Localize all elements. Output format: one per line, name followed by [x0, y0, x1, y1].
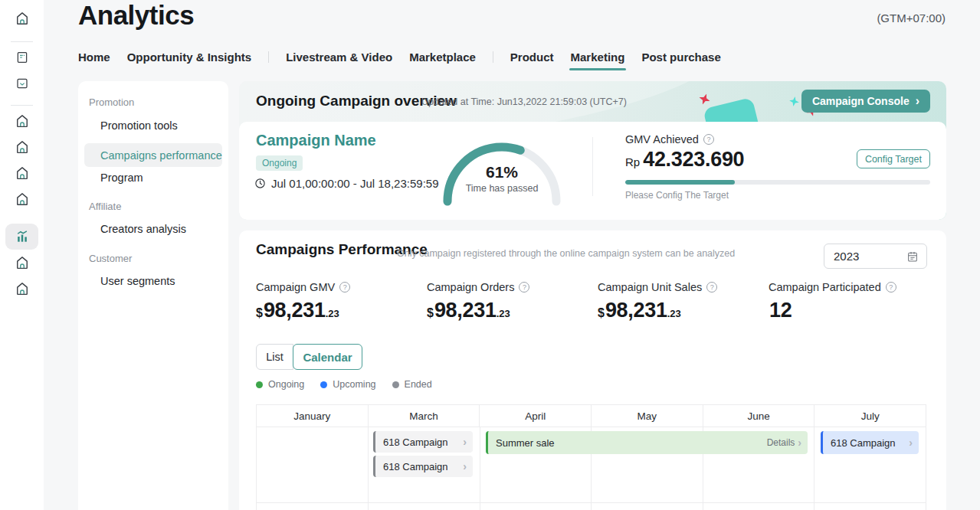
currency-label: Rp [625, 155, 640, 168]
timezone-label: (GTM+07:00) [877, 11, 946, 25]
sidebar-item-creators-analysis[interactable]: Creators analysis [100, 223, 186, 235]
details-link[interactable]: Details [767, 436, 801, 449]
home-icon[interactable] [13, 9, 31, 28]
event-618-campaign[interactable]: 618 Campaign [373, 431, 473, 453]
config-target-button[interactable]: Config Target [857, 149, 930, 168]
home-icon[interactable] [13, 190, 31, 208]
metric-label: Campaign Orders [427, 281, 514, 293]
month-header: April [480, 405, 592, 427]
tab-livestream-video[interactable]: Livestream & Video [286, 51, 392, 64]
gmv-achieved-label: GMV Achieved [625, 133, 699, 145]
metric-campaign-participated: Campaign Participated 12 [769, 281, 896, 322]
metric-label: Campaign Participated [769, 281, 881, 293]
ended-dot-icon [392, 381, 399, 388]
gmv-progress-hint: Please Config The Target [625, 190, 729, 201]
grid-line [480, 503, 480, 510]
campaign-name-link[interactable]: Campaign Name [256, 132, 376, 149]
ongoing-dot-icon [256, 381, 263, 388]
vertical-divider [592, 137, 593, 196]
gmv-achieved-label-row: GMV Achieved [625, 133, 714, 145]
sidebar-section-promotion: Promotion [89, 96, 134, 108]
campaigns-performance-card: Campaigns Performance Only campaign regi… [239, 230, 946, 510]
tab-divider [268, 51, 269, 63]
analytics-chart-icon[interactable] [5, 224, 38, 250]
tab-home[interactable]: Home [78, 51, 110, 64]
help-icon[interactable] [886, 282, 896, 293]
status-legend: Ongoing Upcoming Ended [256, 379, 432, 390]
list-view-button[interactable]: List [256, 344, 293, 370]
gmv-value: 42.323.690 [643, 148, 744, 172]
tab-divider [493, 51, 493, 63]
rail-divider [11, 41, 33, 42]
document-icon[interactable] [13, 48, 31, 67]
overview-updated-time: Updated at Time: Jun13,2022 21:59:03 (UT… [421, 96, 627, 107]
grid-line [591, 503, 592, 510]
tab-marketing[interactable]: Marketing [571, 51, 625, 64]
grid-line [814, 427, 814, 502]
year-picker[interactable]: 2023 [824, 244, 927, 269]
metric-value: 98,231 [434, 299, 497, 322]
calendar-row [257, 503, 926, 510]
calendar-view-button[interactable]: Calendar [293, 344, 362, 370]
metric-campaign-unit-sales: Campaign Unit Sales $98,231.23 [598, 281, 717, 322]
legend-label: Upcoming [333, 379, 375, 390]
grid-line [480, 427, 480, 502]
metric-value: 98,231 [264, 299, 326, 322]
inbox-icon[interactable] [13, 74, 31, 93]
tab-product[interactable]: Product [510, 51, 554, 64]
home-icon[interactable] [13, 253, 31, 272]
metric-value: 98,231 [605, 299, 667, 322]
help-icon[interactable] [706, 282, 717, 293]
help-icon[interactable] [703, 134, 714, 145]
upcoming-dot-icon [320, 381, 327, 388]
chevron-right-icon [463, 436, 467, 448]
grid-line [368, 427, 369, 502]
icon-rail [0, 0, 44, 510]
confetti-icon [697, 92, 712, 106]
legend-label: Ended [405, 379, 432, 390]
view-toggle: List Calendar [256, 344, 362, 370]
gmv-progress-fill [625, 180, 735, 185]
home-icon[interactable] [13, 280, 31, 298]
month-header: March [369, 405, 480, 427]
page-title: Analytics [78, 0, 194, 31]
legend-upcoming: Upcoming [320, 379, 375, 390]
campaign-overview-card: Campaign Name Ongoing Jul 01,00:00:00 - … [239, 122, 946, 220]
gmv-amount: Rp 42.323.690 [625, 148, 744, 172]
calendar-row: 618 Campaign 618 Campaign Summer sale De… [257, 427, 926, 503]
home-icon[interactable] [13, 138, 31, 156]
grid-line [368, 503, 369, 510]
chevron-right-icon [909, 436, 913, 449]
home-icon[interactable] [13, 164, 31, 182]
gauge-caption: Time has passed [437, 183, 567, 194]
status-badge: Ongoing [256, 155, 303, 171]
sidebar-item-promotion-tools[interactable]: Promotion tools [100, 119, 178, 132]
rail-divider [11, 105, 33, 106]
metric-label: Campaign GMV [256, 281, 335, 293]
event-label: 618 Campaign [383, 461, 448, 472]
campaign-calendar: January March April May June July 618 Ca… [256, 404, 926, 510]
metric-value: 12 [769, 299, 792, 322]
sidebar: Promotion Promotion tools Campaigns perf… [78, 81, 228, 510]
calendar-header-row: January March April May June July [257, 405, 926, 427]
metric-decimals: .23 [326, 308, 339, 319]
ongoing-campaign-overview-banner: Ongoing Campaign overview Updated at Tim… [239, 81, 946, 220]
help-icon[interactable] [339, 282, 350, 293]
metric-prefix: $ [256, 306, 263, 320]
date-range-text: Jul 01,00:00:00 - Jul 18,23:59:59 [271, 177, 439, 190]
sidebar-item-program[interactable]: Program [100, 172, 143, 184]
sidebar-item-user-segments[interactable]: User segments [100, 275, 175, 287]
sidebar-item-campaigns-performance[interactable]: Campaigns performance [84, 143, 222, 167]
tab-opportunity-insights[interactable]: Opportunity & Insights [127, 51, 252, 64]
confetti-icon [788, 96, 800, 107]
campaign-console-button[interactable]: Campaign Console [801, 90, 930, 113]
tab-post-purchase[interactable]: Post purchase [641, 51, 720, 64]
help-icon[interactable] [519, 282, 529, 293]
event-618-campaign[interactable]: 618 Campaign [373, 456, 473, 477]
event-summer-sale[interactable]: Summer sale Details [486, 431, 808, 454]
campaign-console-label: Campaign Console [812, 95, 910, 107]
tab-marketplace[interactable]: Marketplace [409, 51, 476, 64]
home-icon[interactable] [13, 112, 31, 130]
chevron-right-icon [798, 436, 801, 449]
event-618-campaign[interactable]: 618 Campaign [821, 431, 919, 454]
